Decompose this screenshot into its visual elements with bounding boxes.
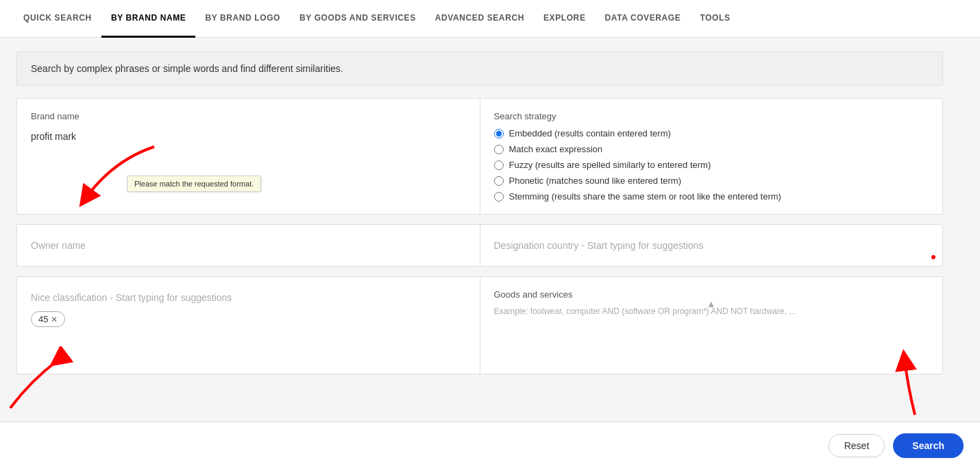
nav-explore[interactable]: EXPLORE — [534, 0, 596, 38]
owner-name-input[interactable] — [31, 237, 466, 254]
nav-advanced-search[interactable]: ADVANCED SEARCH — [426, 0, 534, 38]
nice-goods-card: 45 ✕ Goods and services ▲ Example: footw… — [16, 276, 943, 374]
search-strategy-label: Search strategy — [494, 111, 929, 121]
search-strategy-options: Embedded (results contain entered term) … — [494, 128, 929, 202]
brand-name-section: Brand name Please match the requested fo… — [17, 99, 480, 214]
goods-services-section: Goods and services ▲ Example: footwear, … — [480, 277, 943, 374]
format-tooltip: Please match the requested format. — [127, 176, 261, 192]
nice-tag: 45 ✕ — [31, 311, 65, 327]
radio-fuzzy[interactable] — [494, 160, 504, 170]
nav-tools[interactable]: TOOLS — [690, 0, 739, 38]
option-embedded[interactable]: Embedded (results contain entered term) — [494, 128, 929, 139]
designation-country-input[interactable] — [494, 237, 929, 254]
nav-by-brand-name[interactable]: BY BRAND NAME — [101, 0, 196, 38]
radio-exact[interactable] — [494, 145, 504, 154]
nav-data-coverage[interactable]: DATA COVERAGE — [595, 0, 690, 38]
tag-remove-button[interactable]: ✕ — [51, 315, 58, 324]
nav-quick-search[interactable]: QUICK SEARCH — [14, 0, 101, 38]
search-button[interactable]: Search — [893, 433, 964, 443]
search-strategy-section: Search strategy Embedded (results contai… — [480, 99, 943, 214]
brand-name-input[interactable] — [31, 128, 466, 145]
chevron-up-icon[interactable]: ▲ — [707, 298, 716, 309]
designation-section — [480, 225, 943, 266]
radio-phonetic[interactable] — [494, 176, 504, 186]
tag-value: 45 — [38, 314, 48, 324]
nice-classification-section: 45 ✕ — [17, 277, 480, 374]
brand-strategy-card: Brand name Please match the requested fo… — [16, 98, 943, 215]
bottom-action-bar: Reset Search — [0, 422, 980, 443]
option-phonetic[interactable]: Phonetic (matches sound like entered ter… — [494, 176, 929, 186]
radio-embedded[interactable] — [494, 129, 504, 139]
error-dot — [931, 255, 935, 259]
info-text: Search by complex phrases or simple word… — [31, 63, 343, 74]
info-banner: Search by complex phrases or simple word… — [16, 51, 943, 86]
nav-by-goods-services[interactable]: BY GOODS AND SERVICES — [290, 0, 426, 38]
goods-services-area: ▲ Example: footwear, computer AND (softw… — [494, 306, 929, 361]
reset-button[interactable]: Reset — [829, 434, 885, 443]
owner-section — [17, 225, 480, 266]
brand-name-label: Brand name — [31, 111, 466, 121]
owner-designation-card — [16, 224, 943, 267]
option-fuzzy[interactable]: Fuzzy (results are spelled similarly to … — [494, 160, 929, 170]
option-stemming[interactable]: Stemming (results share the same stem or… — [494, 191, 929, 202]
radio-stemming[interactable] — [494, 192, 504, 202]
nice-classification-input[interactable] — [31, 289, 466, 306]
main-navigation: QUICK SEARCH BY BRAND NAME BY BRAND LOGO… — [0, 0, 980, 38]
option-exact[interactable]: Match exact expression — [494, 144, 929, 154]
main-content: Search by complex phrases or simple word… — [0, 38, 959, 443]
nav-by-brand-logo[interactable]: BY BRAND LOGO — [195, 0, 290, 38]
